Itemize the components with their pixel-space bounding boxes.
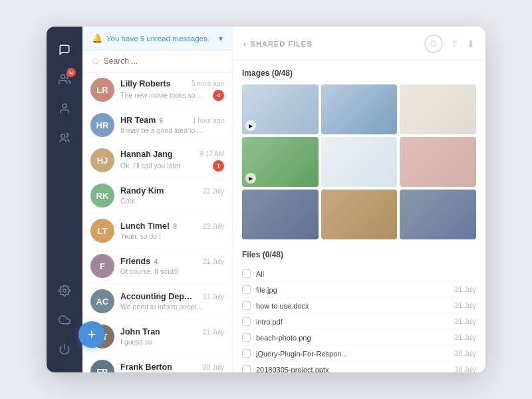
chat-preview: The new movie looks so ...	[120, 91, 203, 99]
file-row[interactable]: how to use.docx21 July	[242, 298, 476, 314]
chat-avatar: LR	[90, 78, 114, 102]
chat-info: Hannah Jang8:12 AMOk, I'll call you late…	[120, 150, 224, 172]
file-date: 18 July	[455, 366, 476, 372]
file-checkbox[interactable]	[242, 333, 251, 342]
chat-list-panel: 🔔 You have 5 unread messages. ▾ LRLilly …	[82, 27, 233, 372]
chat-item[interactable]: HJHannah Jang8:12 AMOk, I'll call you la…	[82, 143, 232, 178]
svg-point-0	[61, 74, 65, 78]
file-date: 21 July	[455, 286, 476, 293]
chat-time: 1 hour ago	[192, 117, 224, 124]
chat-time: 22 July	[203, 223, 224, 230]
file-checkbox[interactable]	[242, 317, 251, 326]
chat-item[interactable]: JTJohn Tran21 JulyI guess so	[82, 319, 232, 354]
chat-item[interactable]: ACAccounting Dept. 1221 JulyWe need to i…	[82, 284, 232, 319]
images-section-title: Images (0/48)	[242, 68, 476, 78]
chat-item[interactable]: RKRandy Kim22 JulyCool	[82, 178, 232, 213]
file-checkbox[interactable]	[242, 365, 251, 372]
file-date: 20 July	[455, 350, 476, 357]
search-bar	[82, 51, 232, 72]
svg-line-8	[435, 45, 436, 47]
notification-text: 🔔 You have 5 unread messages.	[92, 33, 209, 43]
file-row[interactable]: All	[242, 266, 476, 282]
chat-name: Friends 4	[120, 257, 158, 266]
chat-info: Accounting Dept. 1221 JulyWe need to inf…	[120, 292, 224, 311]
search-input[interactable]	[104, 57, 223, 66]
chat-name: Randy Kim	[120, 186, 164, 196]
chat-avatar: LT	[90, 219, 114, 243]
image-thumb-5[interactable]	[321, 137, 398, 187]
chat-item[interactable]: FBFrank Berton20 JulyGood for you!	[82, 354, 232, 372]
file-row[interactable]: file.jpg21 July	[242, 282, 476, 298]
shared-files-panel: ‹ SHARED FILES ⇧ ⬇ Images (0/48) ▶	[233, 27, 485, 372]
power-icon[interactable]	[52, 336, 77, 362]
cloud-icon[interactable]	[52, 307, 77, 332]
group-icon[interactable]	[52, 125, 77, 150]
image-thumb-6[interactable]	[400, 137, 476, 187]
chat-preview: Ok, I'll call you later	[120, 162, 181, 170]
chat-name: Frank Berton	[120, 362, 172, 372]
chat-item[interactable]: HRHR Team 61 hour agoIt may be a good id…	[82, 108, 232, 143]
shared-files-header: ‹ SHARED FILES ⇧ ⬇	[233, 27, 485, 61]
chat-info: John Tran21 JulyI guess so	[120, 327, 224, 346]
person-icon[interactable]	[52, 96, 77, 121]
search-icon	[92, 57, 100, 66]
file-checkbox[interactable]	[242, 349, 251, 358]
shared-files-actions: ⇧ ⬇	[424, 35, 475, 53]
chat-avatar: HJ	[90, 148, 114, 172]
chat-item[interactable]: FFriends 421 JulyOf course. It sould!	[82, 249, 232, 284]
file-name: All	[256, 270, 476, 278]
svg-point-3	[63, 289, 66, 293]
chat-info: Frank Berton20 JulyGood for you!	[120, 362, 224, 372]
svg-line-6	[97, 63, 98, 64]
fab-button[interactable]: +	[78, 321, 105, 348]
file-checkbox[interactable]	[242, 269, 251, 278]
chat-name: Accounting Dept. 12	[120, 292, 194, 301]
file-name: file.jpg	[256, 286, 450, 294]
notification-bar[interactable]: 🔔 You have 5 unread messages. ▾	[82, 27, 232, 51]
chat-avatar: RK	[90, 184, 114, 207]
image-thumb-7[interactable]	[242, 190, 319, 239]
icon-sidebar: N	[47, 27, 82, 372]
file-checkbox[interactable]	[242, 285, 251, 294]
search-shared-button[interactable]	[424, 35, 443, 53]
images-grid: ▶ ▶	[242, 84, 476, 239]
file-name: jQuery-Plugin-For-Respon...	[256, 350, 450, 358]
file-row[interactable]: 20180305-project.pptx18 July	[242, 362, 476, 372]
contacts-icon[interactable]: N	[52, 66, 77, 92]
share-icon[interactable]: ⇧	[451, 39, 459, 49]
file-row[interactable]: jQuery-Plugin-For-Respon...20 July	[242, 346, 476, 362]
file-checkbox[interactable]	[242, 301, 251, 310]
group-count: 8	[174, 223, 178, 230]
chat-name: Lunch Time! 8	[120, 221, 177, 231]
svg-point-5	[92, 59, 98, 64]
image-thumb-9[interactable]	[400, 190, 476, 239]
chat-time: 21 July	[203, 258, 224, 265]
chat-time: 5 mins ago	[192, 80, 224, 87]
image-thumb-3[interactable]	[400, 84, 476, 134]
chat-badge: 1	[213, 160, 224, 172]
search-wrap	[92, 57, 223, 66]
group-count: 6	[160, 117, 164, 124]
image-thumb-1[interactable]: ▶	[242, 84, 319, 134]
shared-files-body: Images (0/48) ▶ ▶ Files (0/48) Allfile.j…	[233, 61, 485, 372]
file-name: beach-photo.png	[256, 334, 450, 342]
svg-point-2	[61, 134, 65, 138]
image-thumb-4[interactable]: ▶	[242, 137, 319, 187]
settings-icon[interactable]	[52, 278, 77, 303]
download-icon[interactable]: ⬇	[467, 39, 475, 49]
svg-point-7	[431, 41, 436, 47]
chat-icon[interactable]	[52, 37, 77, 63]
file-row[interactable]: intro.pdf21 July	[242, 314, 476, 330]
chat-avatar: AC	[90, 289, 114, 313]
chat-time: 21 July	[203, 293, 224, 301]
file-name: intro.pdf	[256, 318, 450, 326]
chat-item[interactable]: LTLunch Time! 822 JulyYeah, so do I	[82, 213, 232, 249]
chat-item[interactable]: LRLilly Roberts5 mins agoThe new movie l…	[82, 72, 232, 108]
file-row[interactable]: beach-photo.png21 July	[242, 330, 476, 346]
chat-list: LRLilly Roberts5 mins agoThe new movie l…	[82, 72, 232, 372]
image-thumb-2[interactable]	[321, 84, 398, 134]
chat-info: Lunch Time! 822 JulyYeah, so do I	[120, 221, 224, 240]
back-icon[interactable]: ‹	[243, 40, 247, 48]
group-count: 4	[154, 258, 158, 265]
image-thumb-8[interactable]	[321, 190, 398, 239]
